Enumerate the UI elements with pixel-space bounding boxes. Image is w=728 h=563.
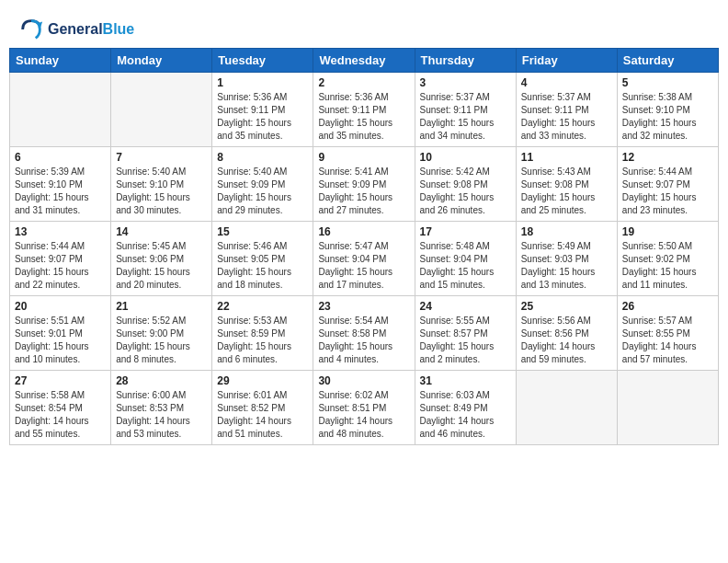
calendar-cell: 25Sunrise: 5:56 AM Sunset: 8:56 PM Dayli…	[516, 296, 617, 371]
day-number: 8	[217, 151, 308, 164]
day-content: Sunrise: 5:47 AM Sunset: 9:04 PM Dayligh…	[318, 240, 409, 292]
day-content: Sunrise: 5:57 AM Sunset: 8:55 PM Dayligh…	[622, 315, 713, 366]
day-number: 21	[116, 300, 207, 313]
calendar-week-4: 20Sunrise: 5:51 AM Sunset: 9:01 PM Dayli…	[10, 296, 719, 371]
day-number: 30	[318, 374, 409, 387]
calendar-cell: 10Sunrise: 5:42 AM Sunset: 9:08 PM Dayli…	[415, 147, 516, 222]
day-content: Sunrise: 5:37 AM Sunset: 9:11 PM Dayligh…	[521, 91, 612, 143]
calendar-cell: 20Sunrise: 5:51 AM Sunset: 9:01 PM Dayli…	[10, 296, 111, 371]
calendar-cell: 9Sunrise: 5:41 AM Sunset: 9:09 PM Daylig…	[313, 147, 415, 222]
day-number: 5	[622, 76, 713, 89]
col-header-thursday: Thursday	[415, 49, 516, 73]
calendar-cell: 14Sunrise: 5:45 AM Sunset: 9:06 PM Dayli…	[111, 222, 212, 296]
day-number: 24	[420, 300, 511, 313]
day-content: Sunrise: 6:01 AM Sunset: 8:52 PM Dayligh…	[217, 389, 308, 441]
day-number: 2	[318, 76, 409, 89]
calendar-cell	[617, 371, 718, 445]
calendar-cell: 15Sunrise: 5:46 AM Sunset: 9:05 PM Dayli…	[212, 222, 313, 296]
col-header-sunday: Sunday	[10, 49, 111, 73]
day-number: 29	[217, 374, 308, 387]
calendar-cell: 31Sunrise: 6:03 AM Sunset: 8:49 PM Dayli…	[415, 371, 516, 445]
calendar-cell: 12Sunrise: 5:44 AM Sunset: 9:07 PM Dayli…	[617, 147, 718, 222]
day-content: Sunrise: 5:48 AM Sunset: 9:04 PM Dayligh…	[420, 240, 511, 292]
day-content: Sunrise: 5:46 AM Sunset: 9:05 PM Dayligh…	[217, 240, 308, 292]
day-number: 17	[420, 225, 511, 238]
day-content: Sunrise: 5:43 AM Sunset: 9:08 PM Dayligh…	[521, 166, 612, 217]
day-content: Sunrise: 5:52 AM Sunset: 9:00 PM Dayligh…	[116, 315, 207, 366]
calendar-cell	[111, 73, 212, 147]
day-content: Sunrise: 5:40 AM Sunset: 9:10 PM Dayligh…	[116, 166, 207, 217]
calendar-cell: 22Sunrise: 5:53 AM Sunset: 8:59 PM Dayli…	[212, 296, 313, 371]
calendar-cell: 29Sunrise: 6:01 AM Sunset: 8:52 PM Dayli…	[212, 371, 313, 445]
day-number: 10	[420, 151, 511, 164]
col-header-monday: Monday	[111, 49, 212, 73]
calendar-cell: 19Sunrise: 5:50 AM Sunset: 9:02 PM Dayli…	[617, 222, 718, 296]
day-content: Sunrise: 5:41 AM Sunset: 9:09 PM Dayligh…	[318, 166, 409, 217]
calendar-cell: 27Sunrise: 5:58 AM Sunset: 8:54 PM Dayli…	[10, 371, 111, 445]
calendar-cell: 3Sunrise: 5:37 AM Sunset: 9:11 PM Daylig…	[415, 73, 516, 147]
col-header-saturday: Saturday	[617, 49, 718, 73]
day-number: 14	[116, 225, 207, 238]
calendar-week-1: 1Sunrise: 5:36 AM Sunset: 9:11 PM Daylig…	[10, 73, 719, 147]
calendar-cell: 26Sunrise: 5:57 AM Sunset: 8:55 PM Dayli…	[617, 296, 718, 371]
day-content: Sunrise: 5:51 AM Sunset: 9:01 PM Dayligh…	[15, 315, 106, 366]
day-content: Sunrise: 6:00 AM Sunset: 8:53 PM Dayligh…	[116, 389, 207, 441]
col-header-wednesday: Wednesday	[313, 49, 415, 73]
day-content: Sunrise: 5:40 AM Sunset: 9:09 PM Dayligh…	[217, 166, 308, 217]
day-content: Sunrise: 5:36 AM Sunset: 9:11 PM Dayligh…	[217, 91, 308, 143]
logo-icon	[18, 17, 44, 42]
calendar-cell: 13Sunrise: 5:44 AM Sunset: 9:07 PM Dayli…	[10, 222, 111, 296]
day-number: 11	[521, 151, 612, 164]
day-content: Sunrise: 5:50 AM Sunset: 9:02 PM Dayligh…	[622, 240, 713, 292]
calendar-cell: 2Sunrise: 5:36 AM Sunset: 9:11 PM Daylig…	[313, 73, 415, 147]
day-content: Sunrise: 5:38 AM Sunset: 9:10 PM Dayligh…	[622, 91, 713, 143]
calendar-cell: 23Sunrise: 5:54 AM Sunset: 8:58 PM Dayli…	[313, 296, 415, 371]
calendar-week-5: 27Sunrise: 5:58 AM Sunset: 8:54 PM Dayli…	[10, 371, 719, 445]
logo: GeneralBlue	[18, 17, 134, 42]
calendar-cell: 16Sunrise: 5:47 AM Sunset: 9:04 PM Dayli…	[313, 222, 415, 296]
day-number: 9	[318, 151, 409, 164]
day-content: Sunrise: 5:44 AM Sunset: 9:07 PM Dayligh…	[15, 240, 106, 292]
day-number: 25	[521, 300, 612, 313]
calendar-cell: 7Sunrise: 5:40 AM Sunset: 9:10 PM Daylig…	[111, 147, 212, 222]
day-number: 16	[318, 225, 409, 238]
day-content: Sunrise: 5:49 AM Sunset: 9:03 PM Dayligh…	[521, 240, 612, 292]
day-number: 23	[318, 300, 409, 313]
calendar-cell: 6Sunrise: 5:39 AM Sunset: 9:10 PM Daylig…	[10, 147, 111, 222]
logo-text: GeneralBlue	[48, 21, 134, 38]
day-content: Sunrise: 5:39 AM Sunset: 9:10 PM Dayligh…	[15, 166, 106, 217]
day-number: 15	[217, 225, 308, 238]
page-header: GeneralBlue	[9, 9, 719, 48]
day-content: Sunrise: 5:36 AM Sunset: 9:11 PM Dayligh…	[318, 91, 409, 143]
day-content: Sunrise: 5:58 AM Sunset: 8:54 PM Dayligh…	[15, 389, 106, 441]
calendar-cell: 17Sunrise: 5:48 AM Sunset: 9:04 PM Dayli…	[415, 222, 516, 296]
day-content: Sunrise: 5:42 AM Sunset: 9:08 PM Dayligh…	[420, 166, 511, 217]
day-content: Sunrise: 5:37 AM Sunset: 9:11 PM Dayligh…	[420, 91, 511, 143]
day-number: 31	[420, 374, 511, 387]
col-header-friday: Friday	[516, 49, 617, 73]
calendar-cell: 24Sunrise: 5:55 AM Sunset: 8:57 PM Dayli…	[415, 296, 516, 371]
day-number: 28	[116, 374, 207, 387]
calendar-cell: 4Sunrise: 5:37 AM Sunset: 9:11 PM Daylig…	[516, 73, 617, 147]
calendar-table: SundayMondayTuesdayWednesdayThursdayFrid…	[9, 48, 719, 445]
calendar-cell: 28Sunrise: 6:00 AM Sunset: 8:53 PM Dayli…	[111, 371, 212, 445]
calendar-cell: 11Sunrise: 5:43 AM Sunset: 9:08 PM Dayli…	[516, 147, 617, 222]
col-header-tuesday: Tuesday	[212, 49, 313, 73]
calendar-cell: 8Sunrise: 5:40 AM Sunset: 9:09 PM Daylig…	[212, 147, 313, 222]
calendar-cell	[516, 371, 617, 445]
calendar-header-row: SundayMondayTuesdayWednesdayThursdayFrid…	[10, 49, 719, 73]
day-number: 26	[622, 300, 713, 313]
day-number: 6	[15, 151, 106, 164]
day-number: 19	[622, 225, 713, 238]
day-number: 12	[622, 151, 713, 164]
day-number: 13	[15, 225, 106, 238]
day-content: Sunrise: 6:02 AM Sunset: 8:51 PM Dayligh…	[318, 389, 409, 441]
day-content: Sunrise: 6:03 AM Sunset: 8:49 PM Dayligh…	[420, 389, 511, 441]
day-content: Sunrise: 5:56 AM Sunset: 8:56 PM Dayligh…	[521, 315, 612, 366]
calendar-cell: 21Sunrise: 5:52 AM Sunset: 9:00 PM Dayli…	[111, 296, 212, 371]
day-number: 7	[116, 151, 207, 164]
calendar-cell: 5Sunrise: 5:38 AM Sunset: 9:10 PM Daylig…	[617, 73, 718, 147]
calendar-cell: 1Sunrise: 5:36 AM Sunset: 9:11 PM Daylig…	[212, 73, 313, 147]
day-number: 1	[217, 76, 308, 89]
day-content: Sunrise: 5:45 AM Sunset: 9:06 PM Dayligh…	[116, 240, 207, 292]
